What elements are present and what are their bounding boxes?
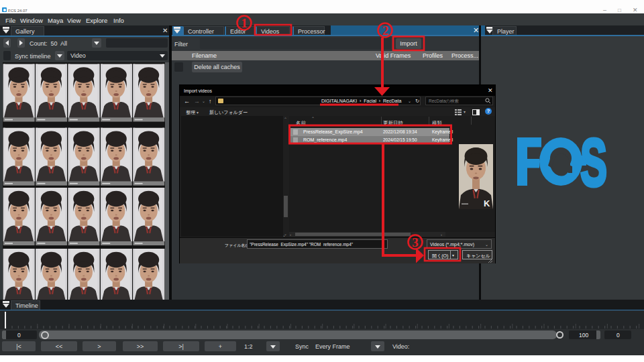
svg-text:K: K <box>484 198 490 208</box>
svg-text:S: S <box>580 129 607 196</box>
